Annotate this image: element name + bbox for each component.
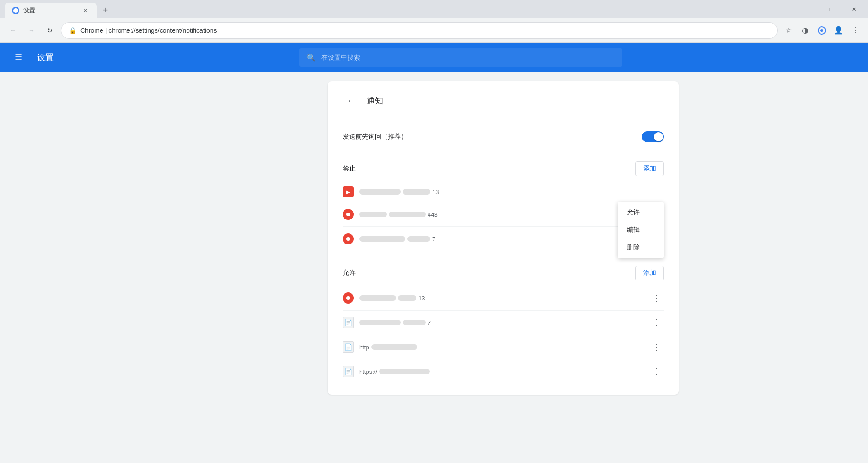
url-suffix-1: 13 xyxy=(432,189,439,195)
sidebar xyxy=(0,72,139,463)
context-menu-allow[interactable]: 允许 xyxy=(618,204,664,221)
main-content: ← 通知 发送前先询问（推荐） 禁止 添加 xyxy=(0,72,868,463)
favicon-dot-3 xyxy=(346,237,350,241)
allowed-favicon-4: 📄 xyxy=(343,366,354,377)
context-menu-edit[interactable]: 编辑 xyxy=(618,221,664,239)
allowed-site-item-2: 📄 7 ⋮ xyxy=(343,311,664,335)
new-tab-button[interactable]: + xyxy=(99,4,112,17)
toolbar-right: ☆ ◑ 👤 ⋮ xyxy=(781,23,862,38)
allowed-site-list: 13 ⋮ 📄 7 xyxy=(343,286,664,384)
allowed-section-header: 允许 添加 xyxy=(343,266,664,280)
settings-search-box[interactable]: 🔍 xyxy=(299,48,622,67)
allowed-blur-6 xyxy=(379,369,430,374)
toggle-thumb xyxy=(654,132,663,141)
blocked-add-button[interactable]: 添加 xyxy=(635,161,664,176)
url-blur-3 xyxy=(359,212,387,217)
tab-favicon xyxy=(12,7,19,14)
browser-toolbar: ← → ↻ 🔒 Chrome | chrome://settings/conte… xyxy=(0,18,868,43)
allowed-url-2: 7 xyxy=(359,319,649,326)
content-area: ← 通知 发送前先询问（推荐） 禁止 添加 xyxy=(139,72,868,463)
maximize-button[interactable]: □ xyxy=(820,2,841,17)
url-blur-6 xyxy=(407,236,430,242)
minimize-button[interactable]: — xyxy=(797,2,818,17)
allowed-site-item-1: 13 ⋮ xyxy=(343,286,664,311)
allowed-blur-5 xyxy=(371,344,417,350)
search-icon: 🔍 xyxy=(307,53,316,62)
tab-title: 设置 xyxy=(23,6,78,15)
allowed-favicon-2: 📄 xyxy=(343,317,354,328)
settings-header-title: 设置 xyxy=(37,52,54,63)
chrome-button[interactable] xyxy=(814,23,829,38)
tab-close-button[interactable]: ✕ xyxy=(81,6,90,15)
extensions-button[interactable]: ◑ xyxy=(798,23,813,38)
address-chrome-label: Chrome xyxy=(80,27,103,34)
blocked-site-item-3: 7 ⋮ xyxy=(343,227,664,251)
url-blur-1 xyxy=(359,189,401,195)
allowed-section: 允许 添加 13 xyxy=(343,266,664,384)
context-menu-delete[interactable]: 删除 xyxy=(618,239,664,256)
address-bar[interactable]: 🔒 Chrome | chrome://settings/content/not… xyxy=(61,22,778,39)
url-suffix-3: 7 xyxy=(432,236,435,243)
svg-point-1 xyxy=(820,29,823,32)
allowed-prefix-3: http xyxy=(359,344,369,351)
allowed-site-item-4: 📄 https:// ⋮ xyxy=(343,359,664,384)
allowed-more-button-2[interactable]: ⋮ xyxy=(649,315,664,330)
allowed-add-button[interactable]: 添加 xyxy=(635,266,664,280)
blocked-site-item-2: 443 ⋮ xyxy=(343,202,664,227)
ask-before-toggle[interactable] xyxy=(642,131,664,142)
allowed-url-1: 13 xyxy=(359,295,649,302)
file-icon-2: 📄 xyxy=(344,319,352,326)
allowed-more-button-4[interactable]: ⋮ xyxy=(649,364,664,379)
file-icon-4: 📄 xyxy=(344,368,352,375)
allowed-url-4: https:// xyxy=(359,368,649,375)
page-back-header: ← 通知 xyxy=(343,92,664,109)
context-menu: 允许 编辑 删除 xyxy=(618,202,664,258)
address-url: chrome://settings/content/notifications xyxy=(108,27,217,34)
page-back-button[interactable]: ← xyxy=(343,92,359,109)
favicon-dot-2 xyxy=(346,213,350,216)
site-url-3: 7 xyxy=(359,236,649,243)
bookmark-button[interactable]: ☆ xyxy=(781,23,796,38)
back-button[interactable]: ← xyxy=(6,23,20,38)
allowed-favicon-1 xyxy=(343,292,354,304)
ask-before-label: 发送前先询问（推荐） xyxy=(343,133,407,141)
allowed-favicon-3: 📄 xyxy=(343,341,354,353)
allowed-blur-1 xyxy=(359,295,396,301)
toggle-track xyxy=(642,131,664,142)
site-favicon-2 xyxy=(343,209,354,220)
allowed-prefix-4: https:// xyxy=(359,368,377,375)
address-text: Chrome | chrome://settings/content/notif… xyxy=(80,27,770,34)
blocked-site-item-1: ▶ 13 允许 编辑 删除 xyxy=(343,182,664,202)
favicon-arrow-icon: ▶ xyxy=(346,189,350,195)
allowed-dot-1 xyxy=(346,296,350,300)
site-url-2: 443 xyxy=(359,211,649,218)
url-blur-2 xyxy=(403,189,430,195)
profile-button[interactable]: 👤 xyxy=(831,23,846,38)
close-button[interactable]: ✕ xyxy=(843,2,864,17)
allowed-section-title: 允许 xyxy=(343,269,356,277)
blocked-section-header: 禁止 添加 xyxy=(343,161,664,176)
allowed-blur-2 xyxy=(398,295,416,301)
allowed-more-button-1[interactable]: ⋮ xyxy=(649,291,664,305)
settings-search-input[interactable] xyxy=(321,54,615,61)
active-tab[interactable]: 设置 ✕ xyxy=(5,3,97,18)
allowed-suffix-2: 7 xyxy=(428,319,431,326)
title-bar: 设置 ✕ + — □ ✕ xyxy=(0,0,868,18)
forward-button[interactable]: → xyxy=(24,23,39,38)
allowed-more-button-3[interactable]: ⋮ xyxy=(649,340,664,354)
reload-button[interactable]: ↻ xyxy=(42,23,57,38)
allowed-suffix-1: 13 xyxy=(418,295,425,302)
menu-button[interactable]: ⋮ xyxy=(848,23,862,38)
allowed-blur-4 xyxy=(403,320,426,325)
ask-before-toggle-row: 发送前先询问（推荐） xyxy=(343,124,664,150)
page-title: 通知 xyxy=(367,95,383,106)
site-url-1: 13 xyxy=(359,189,664,195)
blocked-site-list: ▶ 13 允许 编辑 删除 xyxy=(343,182,664,251)
address-separator: | xyxy=(103,27,108,34)
allowed-blur-3 xyxy=(359,320,401,325)
allowed-site-item-3: 📄 http ⋮ xyxy=(343,335,664,359)
site-favicon-3 xyxy=(343,233,354,244)
hamburger-menu-button[interactable]: ☰ xyxy=(9,48,28,67)
browser-frame: 设置 ✕ + — □ ✕ ← → ↻ 🔒 Chrome | chrome://s… xyxy=(0,0,868,463)
window-controls: — □ ✕ xyxy=(797,0,868,18)
